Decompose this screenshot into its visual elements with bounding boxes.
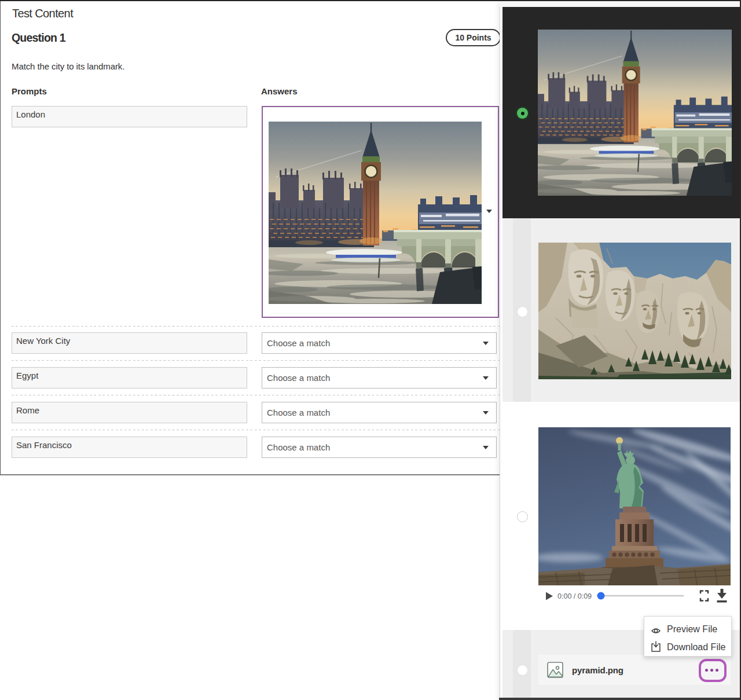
svg-text:0:00 / 0:09: 0:00 / 0:09 [557, 592, 592, 600]
